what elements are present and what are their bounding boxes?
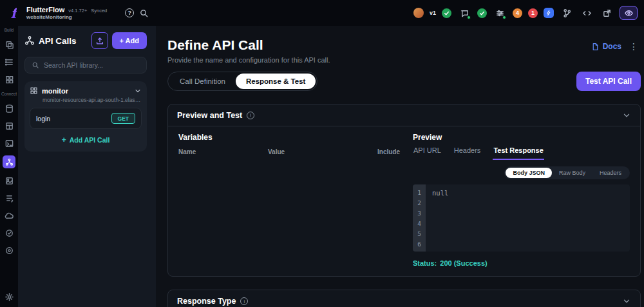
- line-number: 3: [413, 208, 426, 219]
- main-content: Define API Call Provide the name and con…: [156, 26, 644, 307]
- terminal-icon[interactable]: [3, 138, 15, 148]
- code-line: null: [432, 188, 623, 198]
- search-button[interactable]: [137, 6, 151, 20]
- chat-status-dot: [467, 15, 471, 19]
- branch-button[interactable]: [560, 6, 574, 20]
- search-box: [24, 57, 147, 74]
- line-number: 1: [413, 188, 426, 198]
- api-calls-nav-icon[interactable]: [3, 155, 15, 168]
- editor-gutter: 1 2 3 4 5 6: [413, 184, 426, 252]
- tests-icon[interactable]: [3, 228, 15, 238]
- usage-badge[interactable]: [544, 8, 554, 18]
- upload-icon: [95, 36, 104, 45]
- tab-headers[interactable]: Headers: [453, 146, 482, 160]
- tab-response-test[interactable]: Response & Test: [236, 74, 316, 89]
- import-api-button[interactable]: [91, 32, 108, 49]
- error-count-badge[interactable]: 1: [528, 8, 538, 18]
- tab-response-headers[interactable]: Headers: [592, 168, 629, 178]
- line-number: 4: [413, 219, 426, 229]
- panel-body: Variables Name Value Include Preview API…: [168, 126, 640, 276]
- add-api-call-label: Add API Call: [70, 136, 110, 144]
- preview-section: Preview API URL Headers Test Response Bo…: [413, 133, 630, 267]
- line-number: 5: [413, 229, 426, 239]
- storyboard-icon[interactable]: [3, 74, 15, 84]
- media-assets-icon[interactable]: [3, 175, 15, 186]
- more-menu-button[interactable]: ⋮: [627, 41, 641, 52]
- comments-button[interactable]: [457, 6, 471, 20]
- add-api-call-button[interactable]: + Add API Call: [30, 136, 142, 146]
- tabs-row: Call Definition Response & Test Test API…: [167, 72, 641, 91]
- page-subtitle: Provide the name and configuration for t…: [167, 56, 330, 64]
- app-state-icon[interactable]: [3, 193, 15, 203]
- app-name: FlutterFlow: [26, 6, 64, 14]
- settings-icon[interactable]: [3, 292, 15, 302]
- sync-status: Synced: [91, 8, 107, 14]
- group-grid-icon: [30, 86, 38, 95]
- code-line: [432, 219, 623, 229]
- variables-section: Variables Name Value Include: [178, 133, 413, 267]
- flutterflow-logo[interactable]: f: [5, 5, 22, 21]
- api-group-name: monitor: [42, 87, 68, 95]
- brand-block: FlutterFlow v4.1.72+ Synced websiteMonit…: [26, 6, 107, 20]
- line-number: 2: [413, 198, 426, 208]
- sidebar-title: API Calls: [39, 36, 77, 46]
- nav-rail: Build Connect: [0, 26, 18, 307]
- preview-and-test-panel: Preview and Test i Variables Name Value …: [167, 104, 641, 277]
- tab-test-response[interactable]: Test Response: [493, 146, 544, 160]
- pages-icon[interactable]: [3, 39, 15, 50]
- tab-body-json[interactable]: Body JSON: [506, 168, 552, 178]
- project-name[interactable]: websiteMonitoring: [26, 14, 107, 20]
- eye-icon: [624, 8, 634, 18]
- panel-title: Response Type: [177, 297, 236, 306]
- code-line: [432, 208, 623, 219]
- method-badge: GET: [111, 113, 135, 124]
- tab-raw-body[interactable]: Raw Body: [552, 168, 592, 178]
- status-label: Status:: [413, 259, 437, 267]
- tab-call-definition[interactable]: Call Definition: [169, 74, 236, 89]
- search-input[interactable]: [44, 61, 140, 69]
- column-value: Value: [268, 148, 377, 155]
- cloud-functions-icon[interactable]: [3, 210, 15, 221]
- api-group-card: monitor monitor-resources-api.ap-south-1…: [24, 81, 147, 152]
- project-checklist-button[interactable]: [493, 6, 507, 20]
- code-line: [432, 239, 623, 250]
- add-button[interactable]: + Add: [112, 32, 147, 49]
- expand-panel-button[interactable]: [622, 297, 631, 306]
- chevron-down-icon: [622, 111, 631, 120]
- docs-button[interactable]: Docs: [591, 42, 621, 51]
- database-icon[interactable]: [3, 103, 15, 114]
- share-button[interactable]: [600, 6, 614, 20]
- variables-title: Variables: [178, 133, 413, 142]
- git-branch-icon: [562, 8, 572, 18]
- chevron-down-icon: [622, 297, 631, 306]
- api-hub-icon: [24, 35, 35, 46]
- collapse-panel-button[interactable]: [622, 111, 631, 120]
- code-view-button[interactable]: [580, 6, 594, 20]
- definition-tabs: Call Definition Response & Test: [167, 72, 317, 91]
- tab-api-url[interactable]: API URL: [413, 146, 442, 160]
- json-editor[interactable]: 1 2 3 4 5 6 null: [413, 184, 630, 252]
- main-header: Define API Call Provide the name and con…: [167, 37, 641, 64]
- preview-mode-button[interactable]: [620, 6, 638, 20]
- code-icon: [582, 8, 592, 18]
- line-number: 6: [413, 239, 426, 250]
- api-group-header[interactable]: monitor: [30, 86, 142, 95]
- widget-tree-icon[interactable]: [3, 57, 15, 67]
- test-api-call-button[interactable]: Test API Call: [576, 72, 641, 91]
- topbar-right: v1 4 1: [413, 6, 638, 20]
- avatar[interactable]: [413, 8, 424, 18]
- preview-title: Preview: [413, 133, 630, 142]
- page-title: Define API Call: [167, 37, 330, 53]
- search-icon: [32, 61, 39, 69]
- api-call-item[interactable]: login GET: [30, 108, 142, 129]
- panel-title: Preview and Test: [177, 111, 242, 120]
- check-circle-icon: [477, 8, 487, 18]
- branch-label[interactable]: v1: [430, 10, 436, 16]
- integrations-icon[interactable]: [3, 245, 15, 255]
- warning-count-badge[interactable]: 4: [513, 8, 522, 18]
- column-include: Include: [377, 148, 413, 155]
- help-button[interactable]: ?: [122, 6, 137, 20]
- data-schema-icon[interactable]: [3, 121, 15, 131]
- panel-header: Preview and Test i: [168, 104, 640, 126]
- docs-label: Docs: [603, 42, 621, 51]
